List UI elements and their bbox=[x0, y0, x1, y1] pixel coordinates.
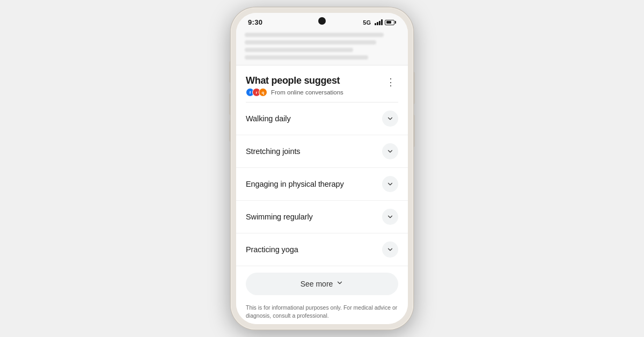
expand-button-physical-therapy[interactable] bbox=[382, 176, 398, 192]
see-more-label: See more bbox=[301, 280, 333, 288]
blur-line-3 bbox=[245, 48, 353, 52]
suggestion-label-yoga: Practicing yoga bbox=[246, 245, 298, 254]
section-subtitle: From online conversations bbox=[271, 89, 343, 96]
blur-line-1 bbox=[245, 33, 384, 37]
blur-line-2 bbox=[245, 40, 376, 45]
see-more-chevron-icon bbox=[336, 279, 343, 289]
battery-indicator bbox=[385, 20, 396, 25]
expand-button-yoga[interactable] bbox=[382, 241, 398, 258]
blur-line-4 bbox=[245, 55, 368, 60]
section-header: What people suggest f r q From online co… bbox=[236, 65, 408, 102]
chevron-down-icon bbox=[386, 180, 394, 188]
signal-bars bbox=[375, 19, 383, 25]
expand-button-stretching[interactable] bbox=[382, 143, 398, 159]
suggestion-label-swimming: Swimming regularly bbox=[246, 213, 313, 221]
expand-button-swimming[interactable] bbox=[382, 209, 398, 225]
section-title-block: What people suggest f r q From online co… bbox=[246, 75, 343, 97]
status-icons: 5G bbox=[363, 19, 396, 26]
suggestion-item-swimming[interactable]: Swimming regularly bbox=[236, 201, 408, 233]
suggestion-item-walking[interactable]: Walking daily bbox=[236, 102, 408, 135]
phone-screen: 9:30 5G bbox=[236, 13, 408, 324]
network-label: 5G bbox=[363, 19, 371, 26]
blurred-top-content bbox=[236, 28, 408, 65]
section-subtitle-row: f r q From online conversations bbox=[246, 88, 343, 97]
suggestion-label-physical-therapy: Engaging in physical therapy bbox=[246, 180, 344, 188]
see-more-button[interactable]: See more bbox=[246, 273, 398, 295]
source-icon-quora: q bbox=[259, 88, 267, 97]
status-time: 9:30 bbox=[248, 18, 262, 26]
camera-notch bbox=[318, 17, 326, 25]
chevron-down-icon bbox=[386, 148, 394, 155]
expand-button-walking[interactable] bbox=[382, 111, 398, 127]
suggestion-label-stretching: Stretching joints bbox=[246, 147, 300, 156]
phone-device: 9:30 5G bbox=[231, 8, 413, 329]
disclaimer-text: This is for informational purposes only.… bbox=[236, 302, 408, 324]
suggestion-item-stretching[interactable]: Stretching joints bbox=[236, 135, 408, 168]
section-title: What people suggest bbox=[246, 75, 343, 86]
chevron-down-icon bbox=[386, 246, 394, 253]
chevron-down-icon bbox=[386, 213, 394, 221]
chevron-down-icon bbox=[386, 115, 394, 122]
suggestion-label-walking: Walking daily bbox=[246, 114, 291, 123]
source-icons: f r q bbox=[246, 88, 265, 97]
suggestion-item-physical-therapy[interactable]: Engaging in physical therapy bbox=[236, 168, 408, 201]
more-options-button[interactable]: ⋮ bbox=[384, 75, 398, 89]
main-content: What people suggest f r q From online co… bbox=[236, 65, 408, 324]
status-bar: 9:30 5G bbox=[236, 13, 408, 28]
suggestion-item-yoga[interactable]: Practicing yoga bbox=[236, 233, 408, 266]
